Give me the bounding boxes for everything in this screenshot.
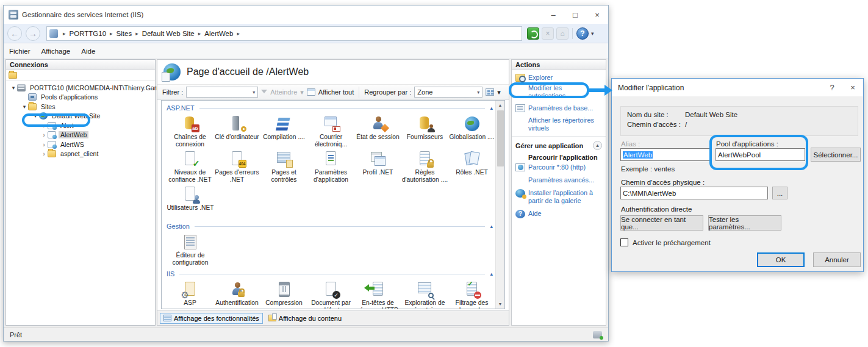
feature-trust-levels[interactable]: ✓ Niveaux de confiance .NET bbox=[167, 149, 213, 185]
expander-icon[interactable]: › bbox=[40, 150, 48, 157]
back-button[interactable]: ← bbox=[7, 26, 22, 41]
close-button[interactable]: × bbox=[586, 5, 608, 24]
magnifier-window-icon bbox=[415, 281, 436, 298]
menu-fichier[interactable]: Fichier bbox=[4, 48, 36, 55]
show-all-button[interactable]: Afficher tout bbox=[318, 88, 354, 96]
test-settings-button[interactable]: Tester les paramètres... bbox=[708, 215, 781, 231]
feature-net-users[interactable]: Utilisateurs .NET bbox=[167, 185, 214, 220]
action-explorer[interactable]: Explorer bbox=[512, 73, 606, 83]
feature-pages-controls[interactable]: Pages et contrôles bbox=[260, 149, 307, 185]
ok-button[interactable]: OK bbox=[757, 252, 805, 267]
feature-globalization[interactable]: Globalisation .... bbox=[448, 114, 495, 149]
feature-smtp-email[interactable]: Courrier électroniq... bbox=[307, 114, 354, 149]
expander-icon[interactable]: › bbox=[40, 131, 48, 138]
action-install-from-gallery[interactable]: Installer l'application à partir de la g… bbox=[512, 188, 606, 206]
database-icon: ab bbox=[180, 115, 201, 132]
feature-compression[interactable]: Compression bbox=[260, 280, 307, 309]
preload-checkbox[interactable] bbox=[620, 238, 628, 246]
breadcrumb-item-sites[interactable]: Sites bbox=[117, 30, 132, 37]
connect-as-button[interactable]: Se connecter en tant que... bbox=[620, 215, 703, 231]
chevron-down-icon[interactable]: ▾ bbox=[253, 90, 255, 95]
feature-application-settings[interactable]: Paramètres d'application bbox=[307, 149, 354, 185]
tab-content-view[interactable]: Affichage du contenu bbox=[265, 313, 345, 323]
feature-authorization-rules[interactable]: Règles d'autorisation .... bbox=[401, 149, 448, 185]
error-404-icon: 404 bbox=[227, 151, 248, 168]
feature-machine-key[interactable]: Clé d'ordinateur bbox=[213, 114, 260, 149]
feature-providers[interactable]: Fournisseurs bbox=[401, 114, 448, 149]
feature-configuration-editor[interactable]: Éditeur de configuration bbox=[167, 232, 214, 268]
tree-item-server[interactable]: ▾ PORTTG10 (MICROMEDIA-INT\Thierry.Garni… bbox=[6, 83, 155, 93]
scrollbar-thumb[interactable] bbox=[497, 110, 504, 166]
tab-features-view[interactable]: Affichage des fonctionnalités bbox=[160, 313, 263, 324]
tree-item-default-web-site[interactable]: ▾ Default Web Site bbox=[6, 112, 155, 121]
tree-item-aspnet-client[interactable]: › aspnet_client bbox=[6, 149, 155, 159]
view-mode-icon[interactable] bbox=[486, 88, 494, 96]
breadcrumb-item-default-web-site[interactable]: Default Web Site bbox=[142, 30, 195, 37]
section-aspnet: ASP.NET ▴ bbox=[167, 102, 495, 114]
dialog-help-icon[interactable]: ? bbox=[822, 79, 842, 96]
feature-asp[interactable]: ⚙ ASP bbox=[167, 280, 213, 309]
vertical-scrollbar[interactable]: ▲ ▼ bbox=[495, 101, 504, 309]
expander-icon[interactable]: ▾ bbox=[32, 113, 39, 119]
section-collapse-icon[interactable]: ▴ bbox=[490, 105, 495, 111]
feature-authentication[interactable]: Authentification bbox=[213, 280, 260, 309]
feature-compilation[interactable]: Compilation .... bbox=[260, 114, 307, 149]
action-advanced-settings[interactable]: Paramètres avancés... bbox=[512, 175, 606, 185]
feature-net-profile[interactable]: Profil .NET bbox=[354, 149, 401, 185]
tree-item-alertweb[interactable]: › AlertWeb bbox=[6, 131, 155, 140]
feature-error-pages-net[interactable]: 404 Pages d'erreurs .NET bbox=[213, 149, 260, 185]
help-icon[interactable]: ? bbox=[576, 27, 589, 40]
tree-item-app-pools[interactable]: Pools d'applications bbox=[6, 93, 155, 102]
scroll-up-icon[interactable]: ▲ bbox=[496, 101, 504, 110]
collapse-group-icon[interactable]: ▴ bbox=[593, 141, 602, 150]
expander-icon[interactable]: ▾ bbox=[10, 85, 17, 91]
menu-aide[interactable]: Aide bbox=[76, 48, 101, 55]
tree-item-alert[interactable]: › Alert bbox=[6, 121, 155, 131]
feature-connection-strings[interactable]: ab Chaînes de connexion bbox=[167, 114, 213, 149]
menu-affichage[interactable]: Affichage bbox=[36, 48, 76, 55]
expander-icon[interactable]: › bbox=[40, 122, 48, 129]
select-button[interactable]: Sélectionner... bbox=[811, 148, 861, 162]
dialog-close-icon[interactable]: × bbox=[842, 79, 863, 96]
action-edit-permissions[interactable]: Modifier les autorisations... bbox=[512, 83, 606, 101]
action-browse-80[interactable]: Parcourir *:80 (http) bbox=[512, 162, 606, 173]
breadcrumb-item-alertweb[interactable]: AlertWeb bbox=[204, 30, 233, 37]
chevron-down-icon[interactable]: ▾ bbox=[497, 88, 501, 96]
action-view-virtual-directories[interactable]: Afficher les répertoires virtuels bbox=[512, 115, 606, 134]
action-basic-settings[interactable]: Paramètres de base... bbox=[512, 103, 606, 113]
section-collapse-icon[interactable]: ▴ bbox=[490, 223, 495, 229]
tree-item-sites[interactable]: ▾ Sites bbox=[6, 102, 155, 112]
maximize-button[interactable]: □ bbox=[564, 5, 586, 24]
feature-request-filtering[interactable]: ✓ Filtrage des demandes bbox=[448, 280, 495, 309]
minimize-button[interactable]: – bbox=[542, 5, 564, 24]
tree-item-alertws[interactable]: › AlertWS bbox=[6, 140, 155, 149]
feature-default-document[interactable]: ✓ Document par défaut bbox=[307, 280, 354, 309]
group-by-select[interactable]: Zone ▾ bbox=[414, 87, 482, 98]
feature-directory-browsing[interactable]: Exploration de répertoire bbox=[401, 280, 448, 309]
selected-tree-label[interactable]: AlertWeb bbox=[59, 131, 88, 138]
expander-icon[interactable]: › bbox=[40, 141, 48, 148]
alias-field[interactable]: AlertWeb bbox=[620, 148, 711, 161]
create-connection-icon[interactable] bbox=[9, 72, 17, 79]
cancel-button[interactable]: Annuler bbox=[813, 252, 861, 267]
feature-net-roles[interactable]: Rôles .NET bbox=[448, 149, 495, 185]
chevron-down-icon[interactable]: ▾ bbox=[477, 90, 479, 95]
breadcrumb[interactable]: ▸ PORTTG10 ▸ Sites ▸ Default Web Site ▸ … bbox=[46, 26, 522, 41]
refresh-icon[interactable] bbox=[527, 27, 539, 40]
scroll-down-icon[interactable]: ▼ bbox=[496, 299, 504, 309]
app-pool-field[interactable]: AlertWebPool bbox=[716, 148, 805, 161]
feature-http-response-headers[interactable]: En-têtes de réponse HTTP bbox=[354, 280, 401, 309]
action-help[interactable]: ? Aide bbox=[512, 209, 606, 220]
physical-path-field[interactable]: C:\MMI\AlertWeb bbox=[620, 187, 768, 199]
breadcrumb-item-server[interactable]: PORTTG10 bbox=[70, 30, 107, 37]
help-dropdown-icon[interactable]: ▾ bbox=[591, 30, 594, 37]
section-collapse-icon[interactable]: ▴ bbox=[490, 271, 495, 277]
feature-session-state[interactable]: État de session bbox=[354, 114, 401, 149]
sites-folder-icon bbox=[28, 103, 37, 110]
forward-button[interactable]: → bbox=[26, 26, 40, 41]
filter-input[interactable]: ▾ bbox=[186, 87, 258, 98]
expander-icon[interactable]: ▾ bbox=[21, 104, 28, 110]
browse-button[interactable]: ... bbox=[772, 187, 787, 199]
features-viewport: ASP.NET ▴ ab Chaînes de connexion Clé d'… bbox=[161, 100, 505, 309]
home-icon[interactable]: ⌂ bbox=[556, 27, 569, 40]
